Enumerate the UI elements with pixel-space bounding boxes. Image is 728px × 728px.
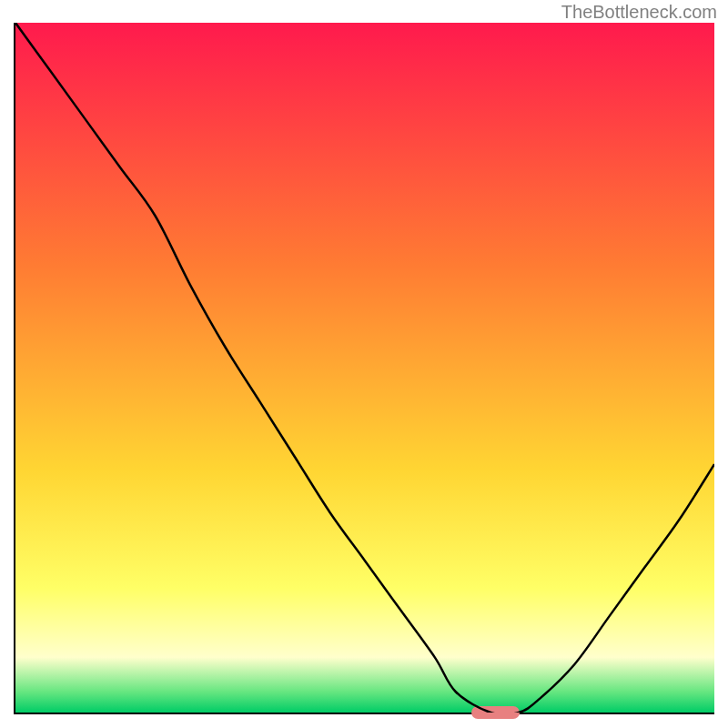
- bottleneck-chart: [14, 23, 714, 714]
- watermark: TheBottleneck.com: [561, 2, 717, 23]
- bottleneck-curve: [15, 23, 714, 713]
